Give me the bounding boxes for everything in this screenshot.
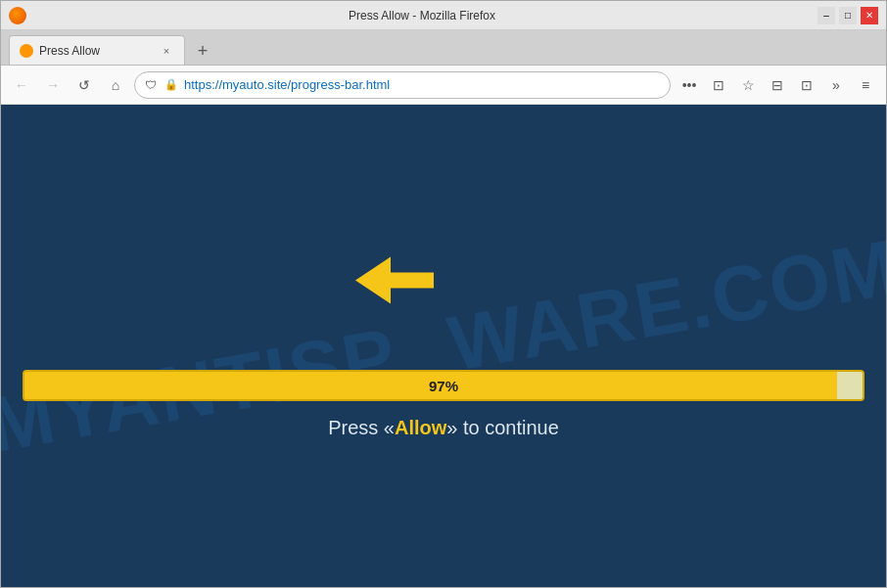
back-icon: ← [15,77,28,93]
synced-icon: ⊡ [801,77,813,93]
allow-word: Allow [395,417,446,438]
arrow-container [355,253,434,311]
tab-favicon-icon [20,44,33,58]
new-tab-button[interactable]: + [189,37,216,65]
progress-text: 97% [429,377,458,393]
lock-icon: 🔒 [164,78,178,91]
tab-close-button[interactable]: × [159,43,174,59]
active-tab[interactable]: Press Allow × [9,35,185,65]
firefox-logo-icon [9,7,26,24]
tab-label: Press Allow [39,44,153,58]
shield-icon: 🛡 [145,78,159,92]
pocket-icon: ⊡ [713,77,724,93]
star-icon: ☆ [742,77,755,93]
titlebar: Press Allow - Mozilla Firefox – □ ✕ [1,1,886,30]
progress-bar-container: 97% [23,370,864,401]
extensions-icon: » [832,77,840,93]
url-text: https://myauto.site/progress-bar.html [184,77,660,92]
back-button[interactable]: ← [9,72,34,98]
reload-icon: ↺ [78,77,90,93]
library-icon: ⊟ [771,77,783,93]
browser-window: Press Allow - Mozilla Firefox – □ ✕ Pres… [0,0,887,588]
titlebar-controls: – □ ✕ [817,7,878,24]
progress-section: 97% Press «Allow» to continue [23,370,864,439]
watermark: MYANTISPYWARE.COM [1,105,886,587]
addressbar: ← → ↺ ⌂ 🛡 🔒 https://myauto.site/progress… [1,66,886,105]
extensions-button[interactable]: » [823,72,849,98]
titlebar-left [9,7,26,24]
page-content: MYANTISPYWARE.COM 97% Press «Allow» to c… [1,105,886,587]
home-button[interactable]: ⌂ [103,72,128,98]
close-button[interactable]: ✕ [861,7,878,24]
left-arrow-icon [355,253,434,307]
reload-button[interactable]: ↺ [71,72,97,98]
url-bar[interactable]: 🛡 🔒 https://myauto.site/progress-bar.htm… [134,71,671,99]
library-button[interactable]: ⊟ [765,72,790,98]
maximize-button[interactable]: □ [839,7,857,24]
toolbar-icons: ••• ⊡ ☆ ⊟ ⊡ » ≡ [677,72,878,98]
bookmark-button[interactable]: ☆ [735,72,761,98]
menu-button[interactable]: ≡ [853,72,878,98]
minimize-button[interactable]: – [817,7,835,24]
press-allow-instruction: Press «Allow» to continue [328,417,559,439]
more-button[interactable]: ••• [677,72,702,98]
synced-tabs-button[interactable]: ⊡ [794,72,819,98]
progress-incomplete [837,372,863,399]
forward-button[interactable]: → [40,72,66,98]
home-icon: ⌂ [112,77,119,93]
pocket-button[interactable]: ⊡ [706,72,731,98]
window-title: Press Allow - Mozilla Firefox [26,9,817,23]
tabbar: Press Allow × + [1,30,886,66]
forward-icon: → [46,77,60,93]
svg-marker-0 [355,256,434,303]
